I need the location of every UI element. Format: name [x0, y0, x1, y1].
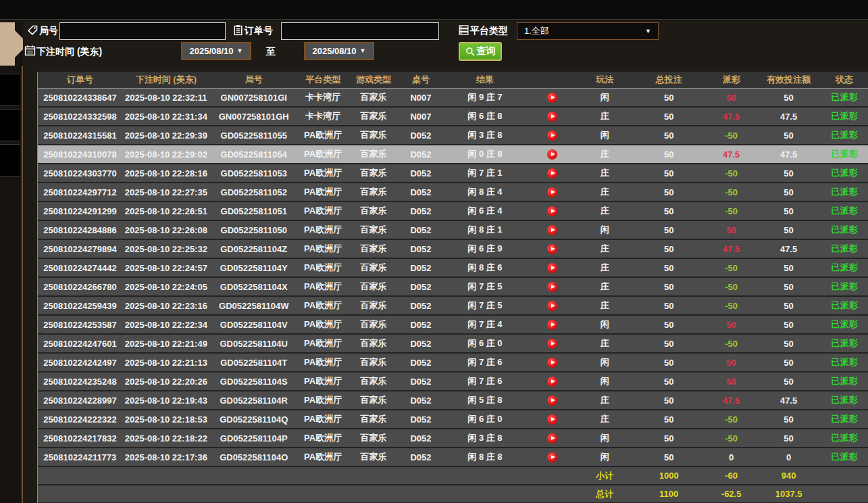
- play-video-icon[interactable]: [547, 149, 557, 160]
- table-row[interactable]: 2508102242424972025-08-10 22:21:13GD0522…: [38, 354, 868, 373]
- order-no-cell: 250810224332598: [38, 107, 122, 125]
- round-no-cell: GD05225811053: [210, 164, 298, 182]
- table-row[interactable]: 2508102242223222025-08-10 22:18:53GD0522…: [38, 410, 868, 429]
- round-no-cell: GD0522581104Z: [210, 240, 298, 258]
- play-video-icon[interactable]: [547, 282, 557, 292]
- table-row[interactable]: 2508102242667802025-08-10 22:24:05GD0522…: [38, 278, 868, 297]
- date-from-select[interactable]: 2025/08/10 ▼: [181, 42, 251, 60]
- round-no-cell: GD0522581104X: [210, 278, 298, 295]
- table-row[interactable]: 2508102242848862025-08-10 22:26:08GD0522…: [38, 221, 868, 240]
- table-row[interactable]: 2508102243100782025-08-10 22:29:02GD0522…: [38, 145, 868, 164]
- payout-cell: -50: [706, 297, 757, 314]
- table-row[interactable]: 2508102242289972025-08-10 22:19:43GD0522…: [38, 391, 868, 410]
- status-cell: 已派彩: [821, 164, 868, 182]
- result-cell: 闲 7 庄 5: [443, 278, 528, 295]
- platform-type-select[interactable]: 1.全部 ▼: [517, 22, 659, 40]
- status-cell: 已派彩: [821, 221, 868, 239]
- tag-icon: [27, 24, 39, 36]
- platform-cell: PA欧洲厅: [298, 373, 349, 390]
- table-row[interactable]: 2508102242178322025-08-10 22:18:22GD0522…: [38, 429, 868, 448]
- total-row-valid-bet-cell: 1037.5: [757, 485, 821, 502]
- table-no-cell: D052: [399, 429, 443, 447]
- play-cell: [527, 221, 578, 239]
- table-row[interactable]: 2508102243386472025-08-10 22:32:11GN0072…: [38, 89, 868, 107]
- status-cell: 已派彩: [821, 278, 868, 295]
- header-round-no-cell: 局号: [210, 72, 298, 88]
- play-video-icon[interactable]: [547, 414, 557, 425]
- subtotal-row-round-no-cell: [210, 467, 298, 484]
- valid-bet-cell: 47.5: [757, 391, 821, 409]
- play-video-icon[interactable]: [547, 112, 557, 122]
- game-type-cell: 百家乐: [349, 448, 399, 466]
- table-row[interactable]: 2508102242744422025-08-10 22:24:57GD0522…: [38, 259, 868, 278]
- platform-cell: PA欧洲厅: [298, 259, 349, 277]
- sidebar: [0, 20, 23, 503]
- play-video-icon[interactable]: [547, 433, 557, 444]
- play-video-icon[interactable]: [547, 320, 557, 330]
- header-play-cell: [527, 72, 578, 88]
- table-no-cell: D052: [399, 391, 443, 409]
- valid-bet-cell: 50: [757, 335, 821, 352]
- platform-cell: PA欧洲厅: [298, 202, 349, 220]
- valid-bet-cell: 50: [757, 278, 821, 295]
- bet-time-cell: 2025-08-10 22:25:32: [122, 240, 210, 258]
- play-video-icon[interactable]: [547, 130, 557, 141]
- platform-cell: PA欧洲厅: [298, 240, 349, 258]
- table-row[interactable]: 2508102242594392025-08-10 22:23:16GD0522…: [38, 297, 868, 316]
- result-cell: 闲 7 庄 6: [443, 354, 528, 371]
- table-row[interactable]: 2508102242798942025-08-10 22:25:32GD0522…: [38, 240, 868, 259]
- table-row[interactable]: 2508102242977122025-08-10 22:27:35GD0522…: [38, 183, 868, 202]
- play-video-icon[interactable]: [547, 377, 557, 387]
- table-row[interactable]: 2508102242912992025-08-10 22:26:51GD0522…: [38, 202, 868, 221]
- play-cell: [527, 373, 578, 390]
- total-bet-cell: 50: [632, 145, 706, 163]
- status-cell: 已派彩: [821, 391, 868, 409]
- status-cell: 已派彩: [821, 259, 868, 277]
- valid-bet-cell: 50: [757, 354, 821, 371]
- sidebar-item[interactable]: [0, 74, 20, 106]
- table-row[interactable]: 2508102243325982025-08-10 22:31:34GN0072…: [38, 107, 868, 126]
- order-no-input[interactable]: [281, 22, 439, 40]
- payout-cell: 50: [706, 316, 757, 333]
- play-video-icon[interactable]: [547, 358, 557, 368]
- table-row[interactable]: 2508102242535872025-08-10 22:22:34GD0522…: [38, 316, 868, 335]
- play-video-icon[interactable]: [547, 187, 557, 197]
- play-video-icon[interactable]: [547, 225, 557, 235]
- table-row[interactable]: 2508102242476012025-08-10 22:21:49GD0522…: [38, 335, 868, 354]
- chevron-down-icon: ▼: [237, 48, 243, 54]
- play-video-icon[interactable]: [547, 301, 557, 311]
- play-type-cell: 庄: [578, 259, 632, 277]
- query-button[interactable]: 查询: [459, 42, 502, 61]
- play-video-icon[interactable]: [547, 339, 557, 349]
- valid-bet-cell: 50: [757, 316, 821, 333]
- play-cell: [527, 335, 578, 352]
- play-cell: [527, 126, 578, 144]
- play-type-cell: 闲: [578, 89, 632, 106]
- order-no-cell: 250810224228997: [38, 391, 122, 409]
- game-type-cell: 百家乐: [349, 202, 399, 220]
- date-to-select[interactable]: 2025/08/10 ▼: [304, 42, 374, 60]
- table-row[interactable]: 2508102243037702025-08-10 22:28:16GD0522…: [38, 164, 868, 183]
- play-video-icon[interactable]: [547, 206, 557, 216]
- sidebar-item[interactable]: [0, 144, 20, 176]
- play-type-cell: 闲: [578, 373, 632, 390]
- game-type-cell: 百家乐: [349, 429, 399, 447]
- table-row[interactable]: 2508102243155812025-08-10 22:29:39GD0522…: [38, 126, 868, 145]
- play-video-icon[interactable]: [547, 244, 557, 254]
- payout-cell: -50: [706, 335, 757, 352]
- valid-bet-cell: 50: [757, 164, 821, 182]
- play-video-icon[interactable]: [547, 168, 557, 178]
- play-video-icon[interactable]: [547, 452, 557, 462]
- order-no-cell: 250810224235248: [38, 373, 122, 390]
- platform-cell: PA欧洲厅: [298, 335, 349, 352]
- round-no-input[interactable]: [59, 22, 226, 40]
- play-type-cell: 庄: [578, 183, 632, 201]
- sidebar-item[interactable]: [0, 109, 20, 141]
- table-row[interactable]: 2508102242117732025-08-10 22:17:36GD0522…: [38, 448, 868, 467]
- table-row[interactable]: 2508102242352482025-08-10 22:20:26GD0522…: [38, 373, 868, 391]
- play-video-icon[interactable]: [547, 396, 557, 406]
- game-type-cell: 百家乐: [349, 335, 399, 352]
- play-video-icon[interactable]: [547, 93, 557, 103]
- table-no-cell: D052: [399, 183, 443, 201]
- play-video-icon[interactable]: [547, 263, 557, 273]
